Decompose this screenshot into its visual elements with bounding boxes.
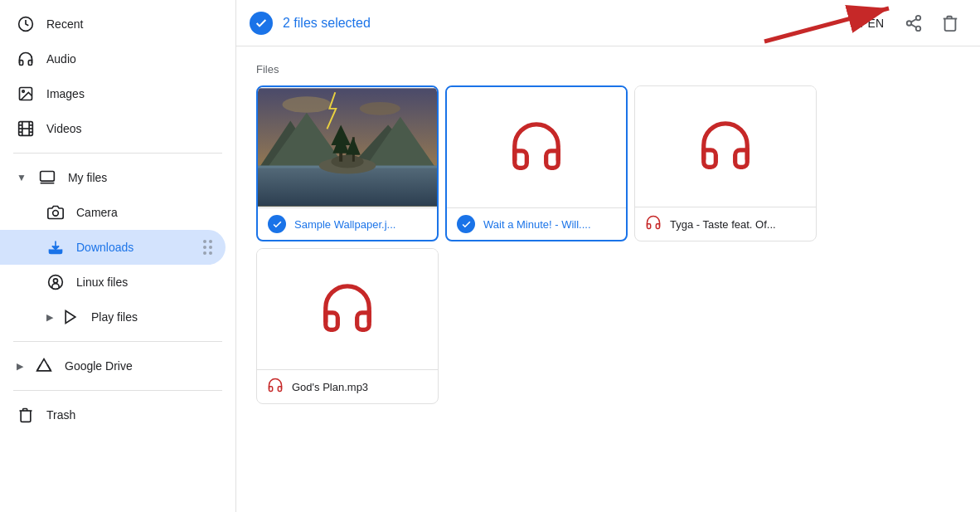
svg-point-2 [22,90,24,93]
file-thumb-tyga [635,86,816,207]
audio-icon-tyga [696,116,754,178]
sidebar-item-downloads[interactable]: Downloads [0,230,226,265]
file-card-tyga[interactable]: Tyga - Taste feat. Of... [634,85,817,241]
image-icon [17,85,35,103]
download-icon [46,238,65,256]
file-card-wait-a-minute[interactable]: Wait a Minute! - Will.... [445,85,628,241]
svg-marker-17 [65,311,75,324]
linux-icon [46,273,65,291]
selected-check-wallpaper [268,215,286,233]
svg-point-16 [54,279,58,283]
sidebar: Recent Audio Images [0,0,236,512]
chevron-right-icon-drive: ▶ [17,361,23,372]
file-name-tyga: Tyga - Taste feat. Of... [670,218,806,231]
delete-button[interactable] [934,7,967,40]
divider-2 [13,341,222,342]
share-button[interactable] [897,7,930,40]
delete-icon [941,14,959,32]
share-icon [905,14,923,32]
audio-icon-gods-plan [318,279,376,340]
divider-3 [13,390,222,391]
camera-icon [46,203,65,222]
svg-point-40 [360,102,400,115]
section-label: Files [256,63,960,76]
file-thumb-wait [447,87,626,207]
file-footer-wait: Wait a Minute! - Will.... [447,207,626,240]
drive-icon [35,357,53,375]
svg-line-24 [911,18,916,22]
file-name-wallpaper: Sample Wallpaper.j... [294,218,427,231]
selected-check-wait [457,215,475,233]
audio-icon-wait [507,117,565,178]
play-icon [61,308,80,326]
sidebar-item-videos[interactable]: Videos [0,111,226,146]
svg-point-13 [53,211,59,217]
headphones-icon [17,50,35,68]
sidebar-item-linux-files[interactable]: Linux files [0,265,226,300]
selection-indicator: 2 files selected [250,12,371,35]
svg-point-39 [282,96,331,113]
sidebar-item-trash[interactable]: Trash [0,397,226,432]
laptop-icon [38,168,56,187]
audio-file-icon-tyga [645,214,662,234]
file-footer-wallpaper: Sample Wallpaper.j... [258,207,437,240]
svg-rect-11 [41,172,55,182]
file-footer-tyga: Tyga - Taste feat. Of... [635,207,816,241]
sidebar-item-google-drive[interactable]: ▶ Google Drive [0,349,226,383]
drag-handle[interactable] [203,240,212,255]
sidebar-item-play-files[interactable]: ▶ Play files [0,300,226,334]
content-area: Files [236,46,980,512]
svg-line-23 [911,24,916,27]
sidebar-item-camera[interactable]: Camera [0,195,226,230]
audio-file-icon-gods-plan [267,377,284,397]
main-area: 2 files selected OPEN [236,0,980,512]
file-thumb-wallpaper [258,87,437,207]
selected-count: 2 files selected [283,16,371,31]
chevron-right-icon: ▶ [46,312,53,323]
sidebar-item-recent[interactable]: Recent [0,7,226,41]
file-name-wait: Wait a Minute! - Will.... [483,218,616,231]
file-card-wallpaper[interactable]: Sample Wallpaper.j... [256,85,439,241]
chevron-down-icon: ▼ [17,172,27,183]
svg-point-33 [331,155,363,168]
selection-check [250,12,273,35]
trash-icon [17,406,35,424]
open-button[interactable]: OPEN [841,10,894,37]
file-footer-gods-plan: God's Plan.mp3 [257,369,438,403]
sidebar-item-my-files[interactable]: ▼ My files [0,160,226,195]
file-name-gods-plan: God's Plan.mp3 [292,381,428,393]
svg-point-21 [907,21,912,26]
files-grid: Sample Wallpaper.j... [256,85,960,404]
header-bar: 2 files selected OPEN [236,0,980,46]
sidebar-item-images[interactable]: Images [0,76,226,111]
clock-icon [17,15,35,33]
header-actions: OPEN [841,7,967,40]
film-icon [17,119,35,138]
svg-point-22 [916,26,921,30]
file-card-gods-plan[interactable]: God's Plan.mp3 [256,248,439,404]
sidebar-item-audio[interactable]: Audio [0,41,226,76]
file-thumb-gods-plan [257,249,438,369]
svg-point-20 [916,15,921,20]
divider-1 [13,153,222,154]
